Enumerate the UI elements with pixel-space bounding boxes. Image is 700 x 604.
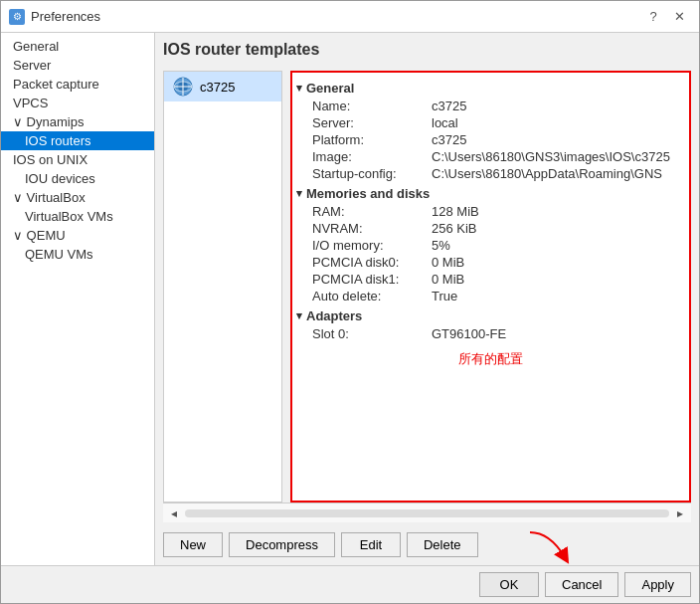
sidebar-item-virtualbox-vms[interactable]: VirtualBox VMs — [1, 207, 154, 226]
label-server: Server: — [312, 115, 432, 130]
content-area: General Server Packet capture VPCS ∨ Dyn… — [1, 33, 699, 565]
label-image: Image: — [312, 149, 432, 164]
window-title: Preferences — [31, 9, 100, 24]
sidebar-item-vpcs[interactable]: VPCS — [1, 94, 154, 112]
label-io-memory: I/O memory: — [312, 238, 432, 253]
label-startup: Startup-config: — [312, 166, 432, 181]
footer: OK Cancel Apply — [1, 565, 699, 603]
sidebar-item-virtualbox[interactable]: ∨ VirtualBox — [1, 188, 154, 207]
sidebar-item-ios-on-unix[interactable]: IOS on UNIX — [1, 150, 154, 169]
label-nvram: NVRAM: — [312, 221, 432, 236]
sidebar-item-server[interactable]: Server — [1, 56, 154, 75]
scroll-right-arrow[interactable]: ▸ — [673, 506, 687, 520]
cancel-button[interactable]: Cancel — [545, 572, 618, 597]
value-pcmcia0: 0 MiB — [432, 255, 685, 270]
window-icon: ⚙ — [9, 9, 25, 25]
section-header-memories: Memories and disks — [296, 186, 685, 201]
value-pcmcia1: 0 MiB — [432, 272, 685, 287]
router-icon — [172, 76, 194, 98]
detail-row-pcmcia1: PCMCIA disk1: 0 MiB — [296, 271, 685, 288]
label-name: Name: — [312, 99, 432, 113]
label-auto-delete: Auto delete: — [312, 289, 432, 303]
detail-row-pcmcia0: PCMCIA disk0: 0 MiB — [296, 254, 685, 271]
section-header-adapters: Adapters — [296, 308, 685, 323]
device-list[interactable]: c3725 — [163, 71, 282, 503]
sidebar-item-general[interactable]: General — [1, 37, 154, 56]
value-image: C:\Users\86180\GNS3\images\IOS\c3725 — [432, 149, 685, 164]
sidebar-item-packet-capture[interactable]: Packet capture — [1, 75, 154, 94]
new-button[interactable]: New — [163, 532, 223, 557]
detail-row-image: Image: C:\Users\86180\GNS3\images\IOS\c3… — [296, 148, 685, 165]
detail-panel: General Name: c3725 Server: local Platfo… — [290, 71, 691, 503]
edit-button[interactable]: Edit — [341, 532, 401, 557]
value-io-memory: 5% — [432, 238, 685, 253]
note-text: 所有的配置 — [296, 350, 685, 368]
detail-row-server: Server: local — [296, 114, 685, 131]
sidebar: General Server Packet capture VPCS ∨ Dyn… — [1, 33, 155, 565]
detail-row-nvram: NVRAM: 256 KiB — [296, 220, 685, 237]
delete-button[interactable]: Delete — [407, 532, 478, 557]
action-buttons: New Decompress Edit Delete — [163, 528, 691, 557]
device-name: c3725 — [200, 80, 235, 95]
help-button[interactable]: ? — [641, 7, 665, 27]
value-ram: 128 MiB — [432, 204, 685, 219]
detail-row-startup: Startup-config: C:\Users\86180\AppData\R… — [296, 165, 685, 182]
main-title: IOS router templates — [163, 41, 691, 63]
preferences-window: ⚙ Preferences ? ✕ General Server Packet … — [0, 0, 700, 604]
value-platform: c3725 — [432, 132, 685, 147]
value-slot0: GT96100-FE — [432, 326, 685, 341]
title-bar-left: ⚙ Preferences — [9, 9, 100, 25]
horizontal-scrollbar[interactable]: ◂ ▸ — [163, 503, 691, 522]
apply-button[interactable]: Apply — [624, 572, 691, 597]
sidebar-item-qemu-vms[interactable]: QEMU VMs — [1, 245, 154, 264]
label-pcmcia0: PCMCIA disk0: — [312, 255, 432, 270]
decompress-button[interactable]: Decompress — [229, 532, 335, 557]
sidebar-item-iou-devices[interactable]: IOU devices — [1, 169, 154, 188]
value-startup: C:\Users\86180\AppData\Roaming\GNS — [432, 166, 685, 181]
scroll-left-arrow[interactable]: ◂ — [167, 506, 181, 520]
detail-row-io-memory: I/O memory: 5% — [296, 237, 685, 254]
device-item-c3725[interactable]: c3725 — [164, 72, 281, 101]
label-ram: RAM: — [312, 204, 432, 219]
title-bar: ⚙ Preferences ? ✕ — [1, 1, 699, 33]
label-platform: Platform: — [312, 132, 432, 147]
detail-row-name: Name: c3725 — [296, 98, 685, 114]
title-bar-controls: ? ✕ — [641, 7, 691, 27]
main-body: c3725 General Name: c3725 Server: local — [163, 71, 691, 503]
detail-row-platform: Platform: c3725 — [296, 131, 685, 148]
label-pcmcia1: PCMCIA disk1: — [312, 272, 432, 287]
sidebar-item-ios-routers[interactable]: IOS routers — [1, 131, 154, 150]
section-header-general: General — [296, 81, 685, 96]
value-server: local — [432, 115, 685, 130]
detail-row-ram: RAM: 128 MiB — [296, 203, 685, 220]
close-button[interactable]: ✕ — [667, 7, 691, 27]
value-auto-delete: True — [432, 289, 685, 303]
detail-row-slot0: Slot 0: GT96100-FE — [296, 325, 685, 342]
main-panel: IOS router templates — [155, 33, 699, 565]
detail-row-auto-delete: Auto delete: True — [296, 288, 685, 304]
sidebar-item-dynamips[interactable]: ∨ Dynamips — [1, 112, 154, 131]
scroll-track[interactable] — [185, 509, 669, 517]
label-slot0: Slot 0: — [312, 326, 432, 341]
sidebar-item-qemu[interactable]: ∨ QEMU — [1, 226, 154, 245]
value-name: c3725 — [432, 99, 685, 113]
ok-button[interactable]: OK — [479, 572, 539, 597]
value-nvram: 256 KiB — [432, 221, 685, 236]
